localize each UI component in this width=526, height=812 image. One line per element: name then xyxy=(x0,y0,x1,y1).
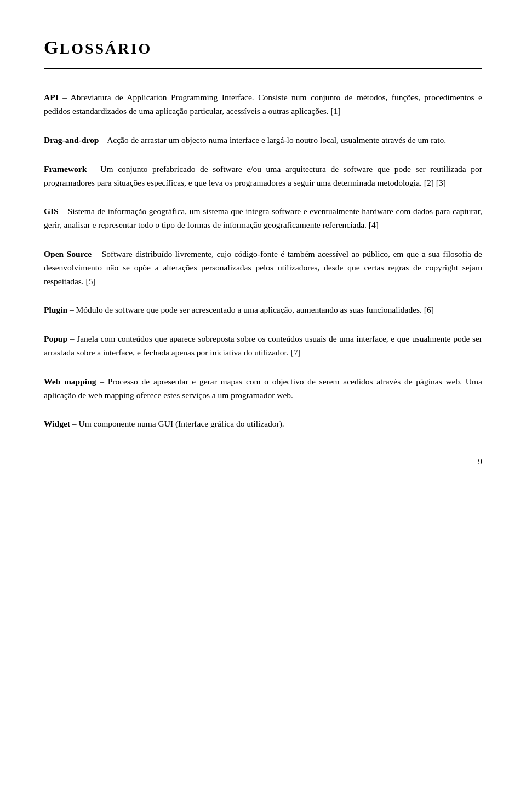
glossary-entry-plugin: Plugin – Módulo de software que pode ser… xyxy=(44,303,482,317)
glossary-entry-web-mapping: Web mapping – Processo de apresentar e g… xyxy=(44,375,482,402)
glossary-entries: API – Abreviatura de Application Program… xyxy=(44,91,482,431)
entry-definition-web-mapping: – Processo de apresentar e gerar mapas c… xyxy=(44,377,482,400)
entry-term-popup: Popup xyxy=(44,334,67,343)
entry-term-drag-and-drop: Drag-and-drop xyxy=(44,135,99,145)
entry-term-gis: GIS xyxy=(44,206,59,216)
glossary-entry-widget: Widget – Um componente numa GUI (Interfa… xyxy=(44,417,482,431)
entry-definition-drag-and-drop: – Acção de arrastar um objecto numa inte… xyxy=(99,135,446,145)
entry-term-widget: Widget xyxy=(44,419,70,428)
entry-term-plugin: Plugin xyxy=(44,305,67,314)
entry-term-web-mapping: Web mapping xyxy=(44,377,96,386)
glossary-entry-drag-and-drop: Drag-and-drop – Acção de arrastar um obj… xyxy=(44,134,482,147)
glossary-entry-popup: Popup – Janela com conteúdos que aparece… xyxy=(44,332,482,360)
glossary-entry-open-source: Open Source – Software distribuído livre… xyxy=(44,247,482,288)
glossary-entry-gis: GIS – Sistema de informação geográfica, … xyxy=(44,205,482,232)
entry-term-api: API xyxy=(44,93,59,102)
entry-definition-framework: – Um conjunto prefabricado de software e… xyxy=(44,164,482,187)
entry-definition-plugin: – Módulo de software que pode ser acresc… xyxy=(67,305,434,314)
entry-definition-popup: – Janela com conteúdos que aparece sobre… xyxy=(44,334,482,357)
entry-definition-api: – Abreviatura de Application Programming… xyxy=(44,93,482,116)
glossary-entry-api: API – Abreviatura de Application Program… xyxy=(44,91,482,118)
page-number: 9 xyxy=(478,455,483,468)
page-title: GLOSSÁRIO xyxy=(44,33,482,62)
entry-definition-open-source: – Software distribuído livremente, cujo … xyxy=(44,249,482,286)
glossary-entry-framework: Framework – Um conjunto prefabricado de … xyxy=(44,163,482,190)
page-container: GLOSSÁRIO API – Abreviatura de Applicati… xyxy=(0,0,526,490)
entry-definition-widget: – Um componente numa GUI (Interface gráf… xyxy=(70,419,284,428)
title-divider xyxy=(44,68,482,69)
entry-term-open-source: Open Source xyxy=(44,249,92,258)
entry-term-framework: Framework xyxy=(44,164,87,174)
entry-definition-gis: – Sistema de informação geográfica, um s… xyxy=(44,206,482,229)
